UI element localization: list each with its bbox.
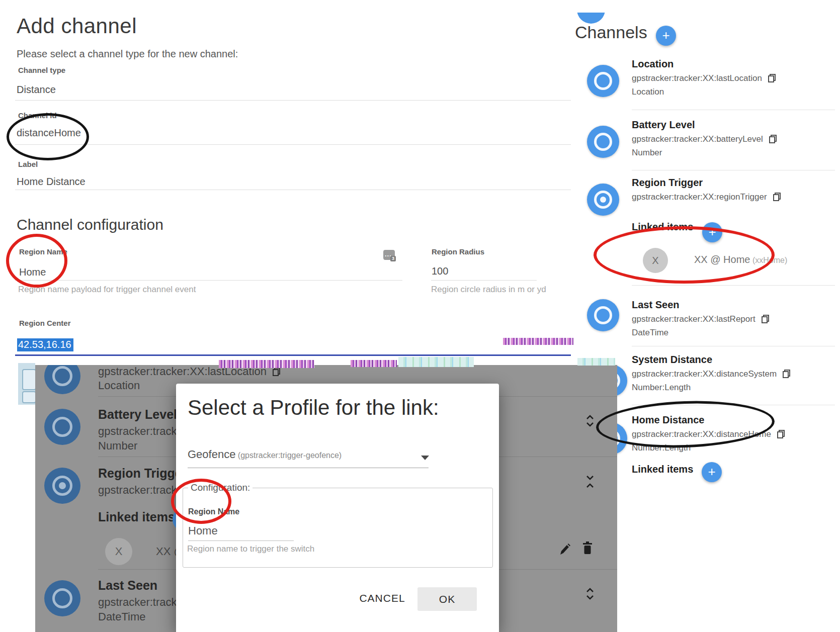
channel-row-region-trigger[interactable]: Region Trigger gpstracker:tracker:XX:reg… — [632, 175, 840, 204]
dot-icon — [600, 197, 606, 203]
channel-id: gpstracker:tracker:XX:lastReport — [632, 312, 755, 326]
unfold-less-icon — [584, 474, 596, 489]
map-control-button — [22, 369, 35, 390]
copy-icon[interactable] — [762, 315, 769, 323]
ok-button[interactable]: OK — [417, 587, 477, 611]
label-field[interactable]: Home Distance — [17, 176, 86, 188]
channel-type: Number:Length — [632, 441, 840, 455]
add-linked-item-button[interactable]: + — [702, 222, 722, 242]
channel-type-label: Channel type — [18, 66, 65, 74]
profile-select-value: Geofence — [188, 448, 235, 461]
channel-id-field[interactable]: distanceHome — [17, 127, 81, 139]
chevron-down-icon[interactable] — [421, 456, 429, 460]
linked-item-label: XX @ Home — [694, 254, 750, 265]
ring-icon — [52, 476, 72, 496]
map-fragment — [18, 363, 35, 405]
copy-icon[interactable] — [769, 135, 777, 143]
channel-id: gpstracker:tracker:XX:distanceHome — [632, 427, 771, 441]
row-divider — [632, 110, 835, 110]
redaction-scribble — [398, 357, 474, 367]
linked-items-heading: Linked items — [632, 221, 693, 233]
channel-type: Location — [632, 85, 840, 99]
profile-select[interactable]: Geofence (gpstracker:trigger-geofence) — [188, 448, 429, 461]
channel-id: gpstracker:tracker:XX:batteryLevel — [632, 132, 763, 146]
region-center-field[interactable]: 42.53,16.16 — [17, 338, 73, 351]
bg-channel-type: DateTime — [98, 610, 146, 623]
bg-channel-state-icon — [44, 580, 80, 616]
map-control-button — [22, 391, 35, 403]
label-underline — [15, 190, 571, 190]
copy-icon[interactable] — [768, 74, 776, 82]
region-radius-field[interactable]: 100 — [432, 265, 448, 277]
bg-linked-items-heading: Linked items — [98, 510, 175, 524]
channel-row-home-distance[interactable]: Home Distance gpstracker:tracker:XX:dist… — [632, 412, 840, 455]
linked-item-suffix: (xxHome) — [752, 256, 787, 264]
region-center-focus-underline — [15, 354, 571, 356]
ring-icon — [594, 191, 612, 209]
redaction-scribble — [503, 338, 573, 345]
label-field-label: Label — [18, 160, 38, 168]
ring-icon — [52, 366, 72, 386]
region-center-label: Region Center — [19, 319, 71, 327]
cancel-button[interactable]: CANCEL — [355, 588, 410, 608]
copy-icon[interactable] — [773, 193, 781, 201]
region-name-helper: Region name payload for trigger channel … — [18, 285, 196, 295]
ring-icon — [594, 133, 612, 151]
annotation-ellipse-region-name — [6, 234, 67, 288]
ring-icon — [52, 588, 72, 608]
add-linked-item-button[interactable]: + — [702, 462, 722, 482]
channel-name: System Distance — [632, 352, 840, 367]
region-name-underline — [15, 280, 402, 281]
channel-id: gpstracker:tracker:XX:regionTrigger — [632, 190, 767, 204]
channel-state-icon — [587, 126, 619, 158]
unfold-more-icon — [584, 413, 596, 428]
channel-row-location[interactable]: Location gpstracker:tracker:XX:lastLocat… — [632, 56, 840, 99]
channel-row-system-distance[interactable]: System Distance gpstracker:tracker:XX:di… — [632, 352, 840, 394]
copy-icon[interactable] — [783, 370, 790, 378]
channel-type-field[interactable]: Distance — [17, 84, 56, 96]
edit-pencil-icon — [559, 542, 571, 556]
scrolled-fab-circle — [577, 13, 605, 24]
channel-id-label: Channel id — [18, 111, 57, 120]
linked-item-avatar[interactable]: X — [643, 248, 668, 273]
autofill-count-badge: 3 — [390, 256, 396, 261]
channel-name: Location — [632, 56, 840, 71]
bg-channel-type: Number — [98, 439, 137, 453]
channel-type-underline — [15, 100, 571, 101]
add-channel-button[interactable]: + — [656, 26, 676, 46]
channel-name: Home Distance — [632, 412, 840, 427]
channel-row-battery[interactable]: Battery Level gpstracker:tracker:XX:batt… — [632, 117, 840, 159]
bg-channel-type: Location — [98, 379, 140, 392]
dialog-region-name-field[interactable]: Home — [188, 524, 218, 537]
channel-type: DateTime — [632, 326, 840, 339]
plus-icon: + — [662, 28, 669, 43]
delete-trash-icon — [581, 541, 594, 555]
profile-select-detail: (gpstracker:trigger-geofence) — [238, 451, 342, 460]
avatar-letter: X — [652, 255, 658, 266]
copy-icon[interactable] — [777, 430, 785, 438]
region-radius-helper: Region circle radius in m or yd — [431, 285, 546, 295]
region-name-field[interactable]: Home — [19, 266, 46, 278]
linked-items-heading: Linked items — [632, 464, 693, 475]
channel-id-underline — [15, 144, 571, 145]
configuration-legend: Configuration: — [188, 482, 253, 493]
page-title: Add channel — [17, 14, 137, 38]
channel-state-icon — [587, 65, 619, 97]
dot-icon — [59, 482, 66, 489]
profile-dialog: Select a Profile for the link: Geofence … — [176, 384, 499, 632]
page-subtitle: Please select a channel type for the new… — [17, 48, 238, 60]
plus-icon: + — [708, 224, 716, 239]
row-divider — [632, 170, 835, 170]
autofill-bubble-icon[interactable]: ... 3 — [383, 250, 395, 260]
channel-row-last-seen[interactable]: Last Seen gpstracker:tracker:XX:lastRepo… — [632, 297, 840, 339]
screen: Add channel Please select a channel type… — [0, 0, 840, 632]
ring-icon — [594, 72, 612, 90]
channel-id: gpstracker:tracker:XX:distanceSystem — [632, 367, 777, 381]
linked-item[interactable]: XX @ Home (xxHome) — [694, 254, 787, 265]
copy-icon — [273, 368, 280, 376]
region-radius-underline — [431, 280, 537, 281]
channels-panel-title: Channels — [575, 23, 647, 42]
redaction-scribble — [577, 358, 615, 366]
row-divider — [632, 405, 835, 405]
channel-trigger-icon — [587, 184, 619, 216]
